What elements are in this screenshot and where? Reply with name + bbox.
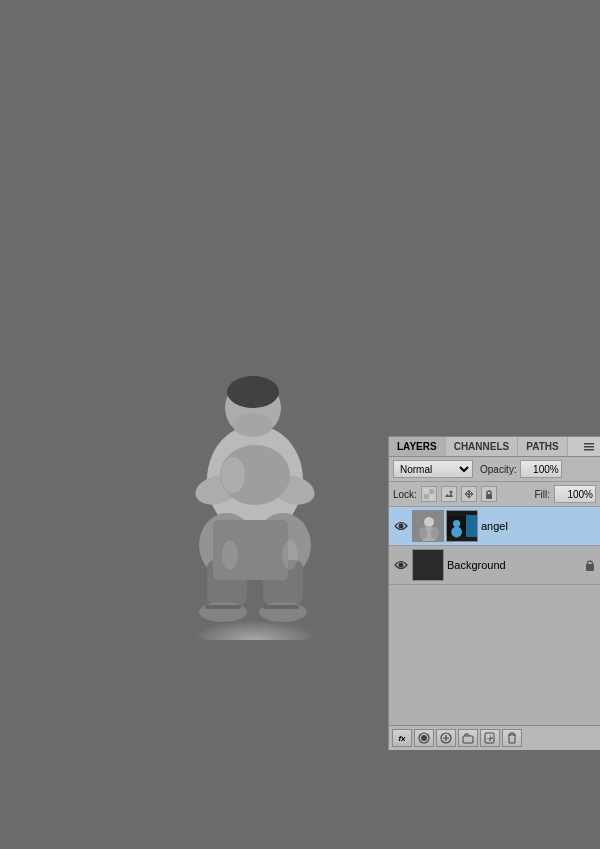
new-group-button[interactable] — [458, 729, 478, 747]
blend-opacity-row: Normal Opacity: — [389, 457, 600, 482]
svg-rect-46 — [487, 735, 490, 738]
layer-name-angel: angel — [481, 520, 596, 532]
fill-input[interactable] — [554, 485, 596, 503]
svg-point-36 — [453, 520, 460, 527]
visibility-icon-background[interactable] — [393, 557, 409, 573]
lock-label: Lock: — [393, 489, 417, 500]
blend-mode-select[interactable]: Normal — [393, 460, 473, 478]
layer-row-background[interactable]: Background — [389, 546, 600, 585]
svg-rect-22 — [584, 449, 594, 451]
svg-rect-23 — [424, 489, 429, 494]
new-adjustment-button[interactable] — [436, 729, 456, 747]
background-lock-icon — [584, 559, 596, 571]
svg-point-34 — [431, 527, 439, 539]
layer-thumb-image-angel — [412, 510, 444, 542]
visibility-icon-angel[interactable] — [393, 518, 409, 534]
svg-point-37 — [451, 527, 462, 538]
svg-rect-13 — [263, 605, 299, 609]
svg-point-17 — [221, 457, 245, 493]
layer-row-angel[interactable]: angel — [389, 507, 600, 546]
lock-row: Lock: — [389, 482, 600, 507]
fill-label: Fill: — [534, 489, 550, 500]
svg-point-27 — [449, 491, 452, 494]
svg-rect-40 — [586, 564, 594, 571]
lock-image-icon[interactable] — [441, 486, 457, 502]
svg-rect-24 — [429, 494, 434, 499]
svg-rect-26 — [424, 494, 429, 499]
lock-all-icon[interactable] — [481, 486, 497, 502]
fx-button[interactable]: fx — [392, 729, 412, 747]
layers-bottom-toolbar: fx — [389, 725, 600, 750]
svg-point-18 — [222, 540, 238, 570]
layers-list: angel Background — [389, 507, 600, 585]
svg-rect-12 — [205, 605, 241, 609]
svg-point-14 — [233, 413, 273, 437]
svg-point-31 — [424, 517, 434, 527]
layer-thumbs-background — [412, 549, 444, 581]
svg-rect-20 — [584, 443, 594, 445]
layer-thumb-mask-angel — [446, 510, 478, 542]
svg-point-29 — [399, 524, 404, 529]
add-mask-button[interactable] — [414, 729, 434, 747]
svg-rect-39 — [413, 550, 444, 581]
layer-name-background: Background — [447, 559, 581, 571]
svg-point-19 — [282, 540, 298, 570]
tab-channels[interactable]: CHANNELS — [446, 437, 519, 456]
svg-point-33 — [419, 527, 427, 539]
new-layer-button[interactable] — [480, 729, 500, 747]
svg-rect-25 — [429, 489, 434, 494]
opacity-label: Opacity: — [480, 464, 517, 475]
layer-thumb-background — [412, 549, 444, 581]
svg-point-3 — [227, 376, 279, 408]
lock-transparent-icon[interactable] — [421, 486, 437, 502]
svg-point-42 — [421, 735, 427, 741]
opacity-input[interactable] — [520, 460, 562, 478]
layer-thumbs-angel — [412, 510, 478, 542]
tabs-row: LAYERS CHANNELS PATHS — [389, 437, 600, 457]
panel-menu-button[interactable] — [578, 437, 600, 456]
svg-point-0 — [175, 595, 335, 640]
lock-position-icon[interactable] — [461, 486, 477, 502]
layers-panel: LAYERS CHANNELS PATHS Normal Opacity: Lo… — [388, 436, 600, 750]
person-figure — [145, 320, 365, 640]
svg-rect-28 — [486, 494, 492, 499]
layers-empty-area — [389, 585, 600, 725]
tab-paths[interactable]: PATHS — [518, 437, 567, 456]
svg-rect-44 — [463, 736, 473, 743]
tab-layers[interactable]: LAYERS — [389, 437, 446, 456]
delete-layer-button[interactable] — [502, 729, 522, 747]
svg-point-38 — [399, 563, 404, 568]
svg-rect-21 — [584, 446, 594, 448]
